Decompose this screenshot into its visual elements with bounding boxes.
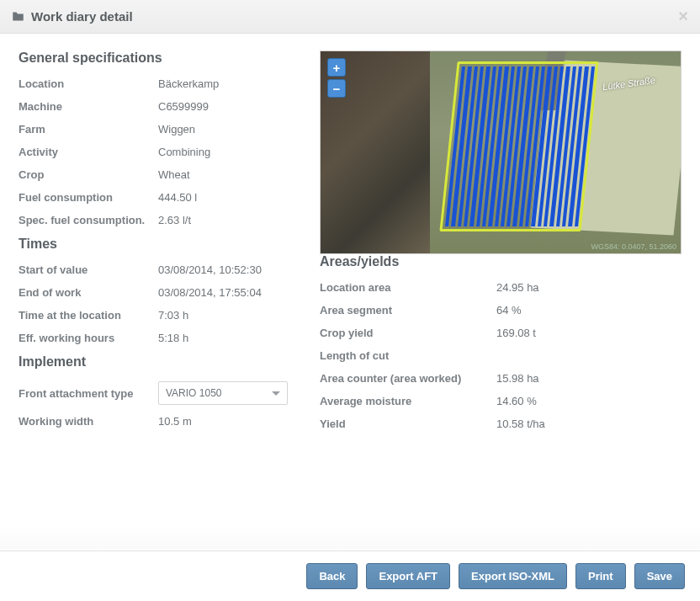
- row-activity: Activity Combining: [19, 146, 289, 158]
- label-specfuel: Spec. fuel consumption.: [19, 214, 158, 226]
- footer: Back Export AFT Export ISO-XML Print Sav…: [0, 550, 700, 601]
- label-end: End of work: [19, 286, 158, 299]
- value-effhours: 5:18 h: [158, 332, 289, 344]
- row-farm: Farm Wiggen: [19, 123, 289, 136]
- modal-title: Work diary detail: [12, 9, 133, 24]
- label-cropyield: Crop yield: [320, 327, 496, 339]
- row-seg: Area segment 64 %: [320, 304, 681, 316]
- value-farm: Wiggen: [158, 123, 289, 136]
- section-times-title: Times: [19, 237, 289, 252]
- label-location: Location: [19, 77, 158, 90]
- value-end: 03/08/2014, 17:55:04: [158, 286, 289, 299]
- row-fuel: Fuel consumption 444.50 l: [19, 191, 289, 204]
- section-areas-title: Areas/yields: [320, 254, 681, 269]
- value-crop: Wheat: [158, 168, 289, 181]
- front-attachment-selected: VARIO 1050: [166, 387, 221, 399]
- label-locarea: Location area: [320, 281, 496, 294]
- label-cut: Length of cut: [320, 349, 496, 362]
- label-fuel: Fuel consumption: [19, 191, 158, 204]
- export-iso-xml-button[interactable]: Export ISO-XML: [459, 563, 567, 589]
- label-farm: Farm: [19, 123, 158, 136]
- right-column: + − Lütke Straße WGS84: 0.0407, 51.2060 …: [320, 51, 681, 440]
- value-counter: 15.98 ha: [496, 372, 681, 385]
- export-aft-button[interactable]: Export AFT: [366, 563, 450, 589]
- field-map[interactable]: + − Lütke Straße WGS84: 0.0407, 51.2060: [320, 51, 681, 254]
- row-location: Location Bäckerkamp: [19, 77, 289, 90]
- section-general-title: General specifications: [19, 51, 289, 66]
- row-working-width: Working width 10.5 m: [19, 415, 289, 428]
- label-working-width: Working width: [19, 415, 158, 428]
- label-yield: Yield: [320, 418, 496, 430]
- row-front-attachment: Front attachment type VARIO 1050: [19, 381, 289, 405]
- map-tracks: [445, 66, 595, 226]
- chevron-down-icon: [272, 391, 280, 396]
- label-moisture: Average moisture: [320, 395, 496, 407]
- row-counter: Area counter (area worked) 15.98 ha: [320, 372, 681, 385]
- label-seg: Area segment: [320, 304, 496, 316]
- footer-gradient: [0, 525, 700, 549]
- label-activity: Activity: [19, 146, 158, 158]
- back-button[interactable]: Back: [306, 563, 358, 589]
- print-button[interactable]: Print: [575, 563, 626, 589]
- content: General specifications Location Bäckerka…: [0, 34, 700, 457]
- label-crop: Crop: [19, 168, 158, 181]
- value-cut: [496, 349, 681, 362]
- row-cut: Length of cut: [320, 349, 681, 362]
- value-cropyield: 169.08 t: [496, 327, 681, 339]
- value-activity: Combining: [158, 146, 289, 158]
- section-implement-title: Implement: [19, 354, 289, 370]
- page-title: Work diary detail: [31, 9, 133, 24]
- zoom-out-button[interactable]: −: [327, 79, 346, 98]
- row-specfuel: Spec. fuel consumption. 2.63 l/t: [19, 214, 289, 226]
- value-specfuel: 2.63 l/t: [158, 214, 289, 226]
- row-timeat: Time at the location 7:03 h: [19, 309, 289, 322]
- label-effhours: Eff. working hours: [19, 332, 158, 344]
- value-timeat: 7:03 h: [158, 309, 289, 322]
- row-start: Start of value 03/08/2014, 10:52:30: [19, 263, 289, 276]
- map-zoom-controls: + −: [327, 58, 346, 98]
- value-locarea: 24.95 ha: [496, 281, 681, 294]
- value-machine: C6599999: [158, 100, 289, 113]
- value-working-width: 10.5 m: [158, 415, 289, 428]
- row-moisture: Average moisture 14.60 %: [320, 395, 681, 407]
- row-machine: Machine C6599999: [19, 100, 289, 113]
- row-crop: Crop Wheat: [19, 168, 289, 181]
- label-front-attachment: Front attachment type: [19, 387, 158, 400]
- value-fuel: 444.50 l: [158, 191, 289, 204]
- row-cropyield: Crop yield 169.08 t: [320, 327, 681, 339]
- label-start: Start of value: [19, 263, 158, 276]
- value-moisture: 14.60 %: [496, 395, 681, 407]
- folder-icon: [12, 11, 24, 22]
- value-start: 03/08/2014, 10:52:30: [158, 263, 289, 276]
- row-locarea: Location area 24.95 ha: [320, 281, 681, 294]
- label-machine: Machine: [19, 100, 158, 113]
- zoom-in-button[interactable]: +: [327, 58, 346, 77]
- label-counter: Area counter (area worked): [320, 372, 496, 385]
- map-coord-label: WGS84: 0.0407, 51.2060: [591, 242, 676, 251]
- value-location: Bäckerkamp: [158, 77, 289, 90]
- modal-header: Work diary detail ×: [0, 0, 700, 34]
- front-attachment-select[interactable]: VARIO 1050: [158, 381, 288, 405]
- label-timeat: Time at the location: [19, 309, 158, 322]
- value-yield: 10.58 t/ha: [496, 418, 681, 430]
- left-column: General specifications Location Bäckerka…: [19, 51, 289, 440]
- close-icon[interactable]: ×: [678, 7, 688, 26]
- value-seg: 64 %: [496, 304, 681, 316]
- row-yield: Yield 10.58 t/ha: [320, 418, 681, 430]
- save-button[interactable]: Save: [634, 563, 685, 589]
- row-end: End of work 03/08/2014, 17:55:04: [19, 286, 289, 299]
- row-effhours: Eff. working hours 5:18 h: [19, 332, 289, 344]
